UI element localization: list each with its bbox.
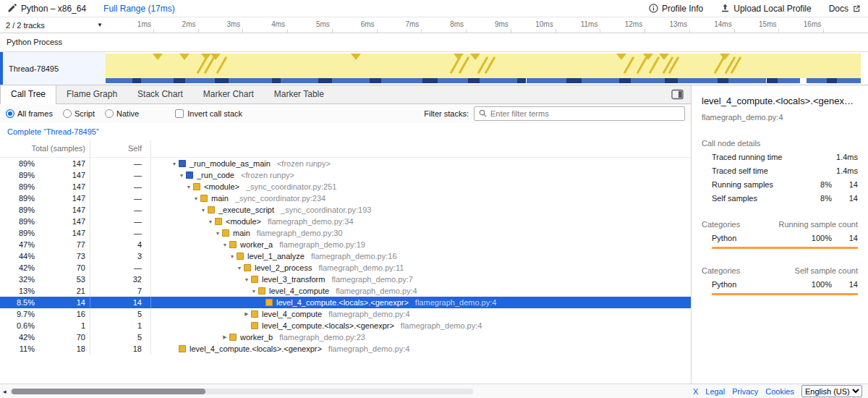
- radio-native[interactable]: Native: [105, 109, 139, 118]
- tab-call-tree[interactable]: Call Tree: [0, 85, 56, 104]
- call-tree-row[interactable]: 32%5332▼level_3_transformflamegraph_demo…: [0, 274, 691, 285]
- scrollbar-thumb[interactable]: [12, 389, 205, 394]
- call-tree-row[interactable]: 8.5%1414level_4_compute.<locals>.<genexp…: [0, 297, 691, 308]
- row-function-cell: ▼main_sync_coordinator.py:234: [151, 192, 691, 204]
- call-tree-row[interactable]: 89%147—▼_execute_script_sync_coordinator…: [0, 204, 691, 216]
- sample-segment: [582, 78, 619, 83]
- time-tick-label: 4ms: [271, 20, 285, 28]
- row-total-percent: 89%: [0, 229, 35, 237]
- breadcrumb-complete-thread[interactable]: Complete “Thread-78495”: [7, 127, 99, 136]
- panel-tab-bar: Call TreeFlame GraphStack ChartMarker Ch…: [0, 85, 691, 104]
- call-tree-row[interactable]: 47%774▼worker_aflamegraph_demo.py:19: [0, 239, 691, 250]
- footer-link-legal[interactable]: Legal: [705, 387, 725, 396]
- row-total-samples: 53: [35, 274, 90, 285]
- category-icon: [229, 334, 237, 341]
- detail-label: Self samples: [712, 194, 801, 203]
- row-total-percent: 32%: [0, 275, 35, 284]
- row-self-samples: 7: [90, 285, 151, 297]
- marker-triangle-icon: [351, 54, 361, 60]
- thread-track-label-cell[interactable]: Thread-78495: [0, 52, 106, 85]
- filter-input[interactable]: [490, 109, 680, 118]
- invert-call-stack-checkbox[interactable]: Invert call stack: [175, 109, 242, 118]
- function-name: main: [233, 229, 250, 237]
- call-tree-row[interactable]: 89%147—▼main_sync_coordinator.py:234: [0, 192, 691, 204]
- process-track-header[interactable]: Python Process: [0, 33, 868, 52]
- row-function-cell: ▼_run_module_as_main<frozen runpy>: [151, 158, 691, 169]
- expander-open-icon[interactable]: ▼: [250, 289, 258, 294]
- call-tree-row[interactable]: 42%705▶worker_bflamegraph_demo.py:23: [0, 331, 691, 343]
- tab-stack-chart[interactable]: Stack Chart: [127, 85, 193, 103]
- sample-segment: [678, 78, 717, 83]
- row-total-samples: 147: [35, 192, 90, 204]
- radio-icon: [63, 109, 72, 118]
- filter-search-box[interactable]: [474, 106, 685, 121]
- expander-open-icon[interactable]: ▼: [184, 185, 193, 190]
- expander-open-icon[interactable]: ▼: [235, 266, 244, 271]
- scroll-left-icon[interactable]: ◂: [3, 388, 7, 395]
- call-tree-row[interactable]: 89%147—▼<module>flamegraph_demo.py:34: [0, 216, 691, 227]
- call-tree-row[interactable]: 13%217▼level_4_computeflamegraph_demo.py…: [0, 285, 691, 297]
- upload-local-profile-button[interactable]: Upload Local Profile: [720, 4, 811, 14]
- profile-info-button[interactable]: Profile Info: [649, 4, 703, 14]
- category-section-header: CategoriesRunning sample count: [702, 220, 858, 229]
- call-tree-row[interactable]: 89%147—▼_run_module_as_main<frozen runpy…: [0, 158, 691, 169]
- time-tick-label: 14ms: [714, 20, 731, 28]
- function-file: _sync_coordinator.py:234: [235, 194, 326, 203]
- column-self[interactable]: Self: [90, 140, 151, 157]
- radio-all-frames[interactable]: All frames: [6, 109, 53, 118]
- row-self-samples: —: [90, 227, 151, 239]
- thread-activity-graph[interactable]: [106, 52, 861, 85]
- horizontal-scrollbar[interactable]: [10, 389, 473, 394]
- column-total-samples[interactable]: Total (samples): [0, 140, 90, 157]
- expander-open-icon[interactable]: ▼: [199, 208, 208, 213]
- call-tree-row[interactable]: 9.7%165▶level_4_computeflamegraph_demo.p…: [0, 308, 691, 320]
- expander-closed-icon[interactable]: ▶: [242, 311, 251, 317]
- tab-marker-table[interactable]: Marker Table: [264, 85, 334, 103]
- expander-open-icon[interactable]: ▼: [177, 173, 186, 178]
- function-name: level_1_analyze: [247, 252, 305, 261]
- tab-flame-graph[interactable]: Flame Graph: [56, 85, 127, 103]
- docs-button[interactable]: Docs: [829, 4, 861, 14]
- expander-open-icon[interactable]: ▼: [170, 161, 179, 166]
- sidebar-toggle-button[interactable]: [671, 89, 684, 100]
- expander-open-icon[interactable]: ▼: [213, 231, 222, 236]
- edit-profile-name-icon[interactable]: [7, 4, 17, 13]
- radio-script[interactable]: Script: [63, 109, 95, 118]
- expander-open-icon[interactable]: ▼: [206, 219, 215, 224]
- row-function-cell: ▶worker_bflamegraph_demo.py:23: [151, 331, 691, 343]
- call-tree-row[interactable]: 44%733▼level_1_analyzeflamegraph_demo.py…: [0, 250, 691, 262]
- language-select[interactable]: English (US): [801, 385, 862, 397]
- expander-open-icon[interactable]: ▼: [242, 277, 251, 282]
- sample-segment: [807, 78, 827, 83]
- call-tree-row[interactable]: 0.6%11level_4_compute.<locals>.<genexpr>…: [0, 320, 691, 331]
- expander-open-icon[interactable]: ▼: [192, 196, 200, 201]
- call-tree-row[interactable]: 89%147—▼<module>_sync_coordinator.py:251: [0, 181, 691, 192]
- tracks-dropdown[interactable]: 2 / 2 tracks ▼: [0, 17, 109, 33]
- footer-link-privacy[interactable]: Privacy: [732, 387, 758, 396]
- row-total-samples: 1: [35, 320, 90, 331]
- thread-track[interactable]: Thread-78495: [0, 52, 868, 85]
- tab-marker-chart[interactable]: Marker Chart: [193, 85, 264, 103]
- expander-open-icon[interactable]: ▼: [228, 254, 237, 259]
- call-tree-row[interactable]: 89%147—▼_run_code<frozen runpy>: [0, 169, 691, 181]
- call-tree-row[interactable]: 89%147—▼mainflamegraph_demo.py:30: [0, 227, 691, 239]
- x-link[interactable]: X: [693, 387, 698, 396]
- sample-segment: [272, 78, 281, 83]
- sample-segment: [527, 78, 566, 83]
- row-total-samples: 70: [35, 262, 90, 274]
- function-name: level_4_compute.<locals>.<genexpr>: [276, 298, 409, 307]
- category-icon: [251, 322, 258, 329]
- call-tree-row[interactable]: 42%70—▼level_2_processflamegraph_demo.py…: [0, 262, 691, 274]
- footer-link-cookies[interactable]: Cookies: [765, 387, 794, 396]
- firefox-profiler-app: Python – x86_64 Full Range (17ms) Profil…: [0, 0, 868, 398]
- full-range-link[interactable]: Full Range (17ms): [103, 4, 175, 14]
- row-function-cell: ▼level_3_transformflamegraph_demo.py:7: [151, 274, 691, 285]
- expander-open-icon[interactable]: ▼: [221, 242, 229, 247]
- category-row: Python100%14: [702, 280, 858, 289]
- sample-segment: [106, 78, 132, 83]
- category-bar: [712, 247, 858, 249]
- call-node-details-rows: Traced running time1.4msTraced self time…: [702, 153, 858, 203]
- expander-closed-icon[interactable]: ▶: [221, 334, 229, 340]
- time-tick-label: 9ms: [495, 20, 509, 28]
- call-tree-row[interactable]: 11%1818level_4_compute.<locals>.<genexpr…: [0, 343, 691, 355]
